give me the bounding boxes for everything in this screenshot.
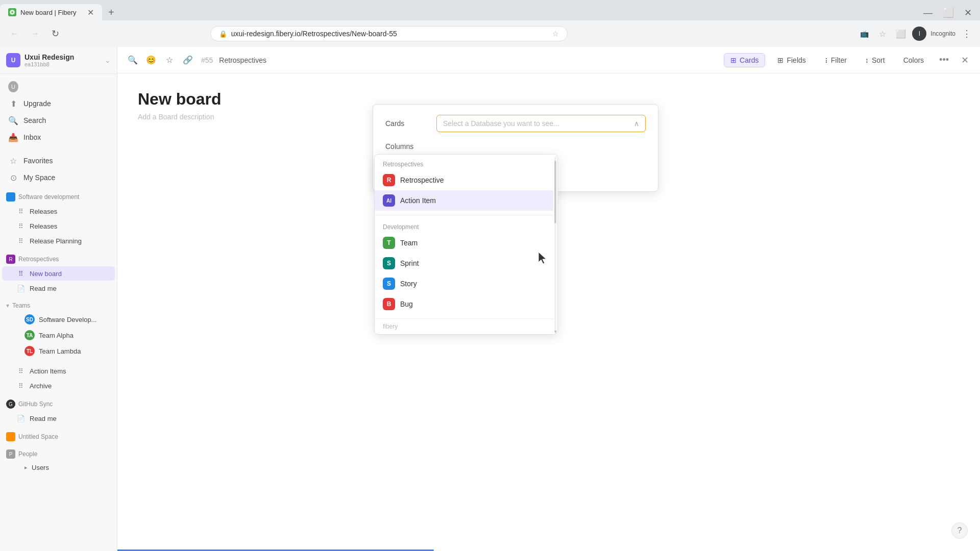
dropdown-item-bug[interactable]: B Bug xyxy=(375,294,553,314)
dropdown-item-retrospective[interactable]: R Retrospective xyxy=(375,170,553,190)
toolbar-star-icon[interactable]: ☆ xyxy=(162,53,177,67)
address-bar[interactable]: 🔒 uxui-redesign.fibery.io/Retrospectives… xyxy=(210,26,568,41)
sidebar-item-inbox[interactable]: 📥 Inbox xyxy=(2,129,115,145)
sidebar-header: U Uxui Redesign ea131bb8 ⌄ xyxy=(0,47,117,74)
section-header-github[interactable]: G GitHub Sync xyxy=(0,397,117,411)
team-alpha-label: Team Alpha xyxy=(39,332,74,339)
minimize-button[interactable]: — xyxy=(919,6,937,20)
cards-grid-icon: ⊞ xyxy=(730,56,737,64)
archive-icon: ⠿ xyxy=(16,381,26,390)
upgrade-icon: ⬆ xyxy=(8,98,18,109)
dropdown-item-team[interactable]: T Team xyxy=(375,233,553,253)
sidebar-item-archive[interactable]: ⠿ Archive xyxy=(2,379,115,393)
toolbar-colors-button[interactable]: Colors xyxy=(897,54,930,67)
new-tab-button[interactable]: + xyxy=(102,5,120,20)
toolbar-sort-button[interactable]: ↕ Sort xyxy=(859,54,891,67)
dropdown-item-sprint[interactable]: S Sprint xyxy=(375,253,553,273)
software-develop-avatar: SD xyxy=(24,314,35,324)
menu-button[interactable]: ⋮ xyxy=(960,27,974,41)
action-item-label: Action Item xyxy=(400,196,436,205)
sidebar-item-readme[interactable]: 📄 Read me xyxy=(2,281,115,295)
toolbar-more-button[interactable]: ••• xyxy=(936,53,952,67)
reload-button[interactable]: ↻ xyxy=(47,26,63,42)
sidebar-item-team-alpha[interactable]: TA Team Alpha xyxy=(2,328,115,343)
sidebar-item-favorites[interactable]: ☆ Favorites xyxy=(2,153,115,169)
section-header-retrospectives[interactable]: R Retrospectives xyxy=(0,253,117,266)
browser-tabs: New board | Fibery ✕ + — ⬜ ✕ xyxy=(0,0,980,20)
dropdown-scroll-down-icon[interactable]: ▾ xyxy=(554,329,556,334)
section-header-teams[interactable]: ▾ Teams xyxy=(0,300,117,311)
section-header-untitled[interactable]: Untitled Space xyxy=(0,430,117,443)
team-item-label: Team xyxy=(400,239,418,247)
section-people: P People ▸ Users xyxy=(0,445,117,477)
sidebar-item-release-planning[interactable]: ⠿ Release Planning xyxy=(2,234,115,248)
dropdown-item-action-item[interactable]: AI Action Item xyxy=(375,190,553,211)
toolbar-fields-button[interactable]: ⊞ Fields xyxy=(771,54,812,67)
maximize-button[interactable]: ⬜ xyxy=(939,5,958,20)
star-icon[interactable]: ☆ xyxy=(875,27,890,41)
section-action-items: ⠿ Action Items ⠿ Archive xyxy=(0,361,117,395)
toolbar-breadcrumb: Retrospectives xyxy=(219,56,266,64)
toolbar-search-icon[interactable]: 🔍 xyxy=(126,53,140,67)
toolbar-link-icon[interactable]: 🔗 xyxy=(181,53,195,67)
releases-icon: ⠿ xyxy=(16,221,26,231)
colors-button-label: Colors xyxy=(903,56,924,64)
sidebar-item-my-space[interactable]: ⊙ My Space xyxy=(2,169,115,186)
help-button[interactable]: ? xyxy=(951,522,968,539)
bookmark-icon[interactable]: ☆ xyxy=(552,30,559,38)
dropdown-scroll-thumb[interactable] xyxy=(554,161,556,223)
release-planning-label: Release Planning xyxy=(30,237,82,245)
cards-select-box[interactable]: Select a Database you want to see... ∧ xyxy=(436,115,646,132)
sort-icon: ↕ xyxy=(865,56,869,64)
story-item-icon: S xyxy=(383,278,395,290)
software-develop-label: Software Develop... xyxy=(39,316,96,323)
browser-toolbar: ← → ↻ 🔒 uxui-redesign.fibery.io/Retrospe… xyxy=(0,20,980,47)
section-header-people[interactable]: P People xyxy=(0,447,117,461)
sidebar-item-new-board[interactable]: ⠿ New board xyxy=(2,266,115,281)
readme-label: Read me xyxy=(30,285,57,292)
toolbar-close-button[interactable]: ✕ xyxy=(958,53,972,68)
workspace-text: Uxui Redesign ea131bb8 xyxy=(24,53,74,67)
sidebar-item-search[interactable]: 🔍 Search xyxy=(2,112,115,129)
filter-button-label: Filter xyxy=(831,56,847,64)
retrospectives-section-icon: R xyxy=(6,255,15,264)
sidebar-section-favorites: ☆ Favorites ⊙ My Space xyxy=(0,150,117,188)
sidebar-item-github-readme[interactable]: 📄 Read me xyxy=(2,411,115,425)
dropdown-scrollbar[interactable]: ▾ xyxy=(553,155,557,334)
forward-button[interactable]: → xyxy=(27,26,43,42)
sidebar-item-action-items[interactable]: ⠿ Action Items xyxy=(2,364,115,378)
sidebar-item-releases[interactable]: ⠿ Releases xyxy=(2,219,115,233)
tab-title: New board | Fibery xyxy=(20,9,83,16)
database-dropdown: Retrospectives R Retrospective AI Action… xyxy=(374,154,558,335)
teams-chevron-icon: ▾ xyxy=(6,302,9,309)
team-alpha-avatar: TA xyxy=(24,330,35,340)
section-header-software-dev[interactable]: Software development xyxy=(0,190,117,204)
sidebar-item-team-lambda[interactable]: TL Team Lambda xyxy=(2,343,115,359)
workspace-chevron-icon[interactable]: ⌄ xyxy=(105,56,111,64)
github-readme-icon: 📄 xyxy=(16,414,26,423)
profile-button[interactable]: I xyxy=(912,27,926,41)
sidebar-item-users[interactable]: ▸ Users xyxy=(2,461,115,474)
sidebar-item-software-develop[interactable]: SD Software Develop... xyxy=(2,312,115,327)
toolbar-cards-button[interactable]: ⊞ Cards xyxy=(724,53,765,67)
active-tab[interactable]: New board | Fibery ✕ xyxy=(0,4,102,20)
section-retrospectives: R Retrospectives ⠿ New board 📄 Read me xyxy=(0,251,117,298)
sprint-item-icon: S xyxy=(383,257,395,269)
sidebar-user-avatar[interactable]: U xyxy=(2,79,115,95)
back-button[interactable]: ← xyxy=(6,26,22,42)
extensions-icon[interactable]: ⬜ xyxy=(894,27,908,41)
sidebar-item-releases-parent[interactable]: ⠿ Releases xyxy=(2,204,115,218)
toolbar-emoji-icon[interactable]: 😊 xyxy=(144,53,158,67)
dropdown-item-story[interactable]: S Story xyxy=(375,273,553,294)
workspace-info[interactable]: U Uxui Redesign ea131bb8 xyxy=(6,53,74,67)
toolbar-filter-button[interactable]: ⫶ Filter xyxy=(818,54,853,67)
action-item-icon: AI xyxy=(383,194,395,207)
cards-select-chevron-icon: ∧ xyxy=(634,119,639,128)
releases-label: Releases xyxy=(30,222,57,230)
dropdown-group-retrospectives-label: Retrospectives xyxy=(375,159,553,170)
dropdown-divider-1 xyxy=(375,215,553,215)
url-text: uxui-redesign.fibery.io/Retrospectives/N… xyxy=(231,30,548,38)
close-window-button[interactable]: ✕ xyxy=(960,5,976,20)
tab-close-button[interactable]: ✕ xyxy=(87,8,94,17)
sidebar-item-upgrade[interactable]: ⬆ Upgrade xyxy=(2,95,115,112)
